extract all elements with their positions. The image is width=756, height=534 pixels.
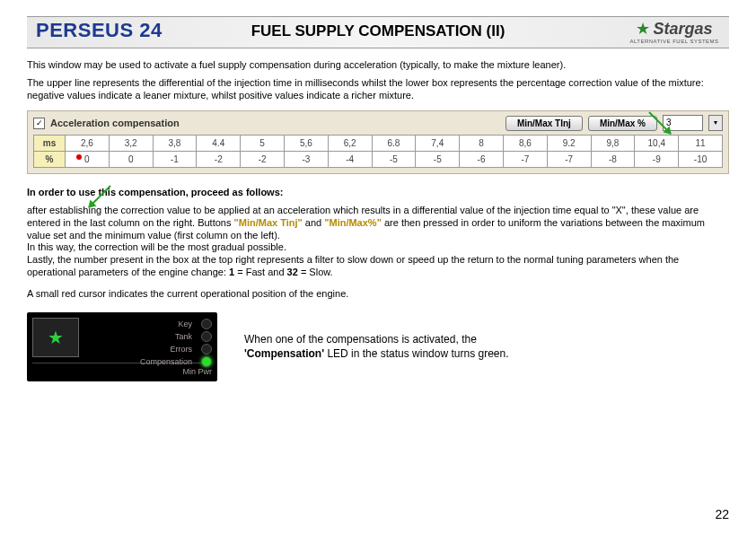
acceleration-checkbox[interactable]: ✓ bbox=[33, 118, 45, 129]
cursor-note: A small red cursor indicates the current… bbox=[27, 288, 729, 301]
side-note-b: 'Compensation' bbox=[244, 347, 324, 360]
cell-ms-10[interactable]: 8,6 bbox=[503, 136, 547, 152]
cell-pct-8[interactable]: -5 bbox=[416, 152, 460, 168]
logo-text: Stargas bbox=[653, 20, 712, 39]
proc-f2: 32 bbox=[287, 267, 298, 277]
cell-pct-3[interactable]: -2 bbox=[197, 152, 241, 168]
led-label-errors: Errors bbox=[90, 345, 196, 354]
cell-pct-6[interactable]: -4 bbox=[328, 152, 372, 168]
procedure-lead: In order to use this compensation, proce… bbox=[27, 187, 729, 199]
page-header: PERSEUS 24 FUEL SUPPLY COMPENSATION (II)… bbox=[27, 16, 729, 48]
row-ms: ms 2,6 3,2 3,8 4.4 5 5,6 6,2 6.8 7,4 8 8… bbox=[34, 136, 723, 152]
cell-ms-3[interactable]: 4.4 bbox=[197, 136, 241, 152]
side-note-a: When one of the compensations is activat… bbox=[244, 333, 477, 346]
page-title: FUEL SUPPLY COMPENSATION (II) bbox=[27, 22, 729, 40]
cell-ms-6[interactable]: 6,2 bbox=[328, 136, 372, 152]
cell-ms-7[interactable]: 6.8 bbox=[372, 136, 416, 152]
status-panel: ★ Key Tank Errors Compensation Min Pwr bbox=[27, 312, 217, 381]
led-tank bbox=[201, 331, 212, 342]
cell-ms-9[interactable]: 8 bbox=[460, 136, 504, 152]
intro-paragraph-1: This window may be used to activate a fu… bbox=[27, 59, 729, 72]
cell-pct-14[interactable]: -10 bbox=[679, 152, 723, 168]
minmax-tinj-button[interactable]: Min/Max TInj bbox=[505, 116, 583, 131]
led-label-compensation: Compensation bbox=[90, 357, 196, 366]
cell-pct-9[interactable]: -6 bbox=[460, 152, 504, 168]
acceleration-checkbox-label: Acceleration compensation bbox=[50, 118, 180, 128]
cell-pct-4[interactable]: -2 bbox=[241, 152, 285, 168]
led-compensation bbox=[201, 356, 212, 367]
compensation-table-panel: ✓ Acceleration compensation Min/Max TInj… bbox=[27, 110, 729, 174]
cell-pct-1[interactable]: 0 bbox=[109, 152, 153, 168]
side-note-c: LED in the status window turns green. bbox=[327, 347, 508, 360]
cell-ms-5[interactable]: 5,6 bbox=[284, 136, 328, 152]
side-note: When one of the compensations is activat… bbox=[244, 333, 514, 361]
proc-hl2: "Min/Max%" bbox=[324, 217, 382, 228]
cell-pct-2[interactable]: -1 bbox=[153, 152, 197, 168]
cell-pct-12[interactable]: -8 bbox=[591, 152, 635, 168]
proc-f2t: = Slow. bbox=[301, 267, 333, 277]
proc-e: Lastly, the number present in the box at… bbox=[27, 254, 679, 277]
cell-ms-1[interactable]: 3,2 bbox=[109, 136, 153, 152]
logo-subtitle: ALTERNATIVE FUEL SYSTEMS bbox=[629, 39, 718, 44]
filter-dropdown-icon[interactable]: ▾ bbox=[708, 115, 723, 131]
star-icon: ★ bbox=[636, 21, 650, 37]
compensation-grid: ms 2,6 3,2 3,8 4.4 5 5,6 6,2 6.8 7,4 8 8… bbox=[33, 135, 723, 168]
star-icon: ★ bbox=[48, 327, 64, 348]
proc-f1: 1 bbox=[229, 267, 234, 277]
intro-paragraph-2: The upper line represents the differenti… bbox=[27, 77, 729, 102]
cell-pct-5[interactable]: -3 bbox=[284, 152, 328, 168]
procedure-body: after establishing the correction value … bbox=[27, 205, 729, 279]
status-panel-icon: ★ bbox=[32, 318, 79, 357]
proc-hl1: "Min/Max Tinj" bbox=[234, 217, 303, 228]
cell-pct-7[interactable]: -5 bbox=[372, 152, 416, 168]
proc-f1t: = Fast and bbox=[237, 267, 286, 277]
cell-pct-13[interactable]: -9 bbox=[635, 152, 679, 168]
cell-ms-13[interactable]: 10,4 bbox=[635, 136, 679, 152]
led-errors bbox=[201, 344, 212, 355]
led-key bbox=[201, 319, 212, 329]
cell-pct-10[interactable]: -7 bbox=[503, 152, 547, 168]
cell-pct-0[interactable]: 0 bbox=[66, 152, 110, 168]
cell-ms-4[interactable]: 5 bbox=[241, 136, 285, 152]
cell-ms-11[interactable]: 9.2 bbox=[547, 136, 591, 152]
cell-ms-8[interactable]: 7,4 bbox=[416, 136, 460, 152]
row-ms-header: ms bbox=[34, 136, 66, 152]
row-pct-header: % bbox=[34, 152, 66, 168]
cell-ms-12[interactable]: 9,8 bbox=[591, 136, 635, 152]
led-label-tank: Tank bbox=[90, 332, 196, 341]
page-number: 22 bbox=[715, 507, 729, 521]
cell-ms-2[interactable]: 3,8 bbox=[153, 136, 197, 152]
proc-d: In this way, the correction will be the … bbox=[27, 241, 286, 252]
stargas-logo: ★ Stargas ALTERNATIVE FUEL SYSTEMS bbox=[625, 13, 724, 49]
cell-pct-11[interactable]: -7 bbox=[547, 152, 591, 168]
cell-ms-14[interactable]: 11 bbox=[679, 136, 723, 152]
row-pct: % 0 0 -1 -2 -2 -3 -4 -5 -5 -6 -7 -7 -8 -… bbox=[34, 152, 723, 168]
led-label-key: Key bbox=[90, 320, 196, 328]
cell-ms-0[interactable]: 2,6 bbox=[66, 136, 110, 152]
proc-b: and bbox=[305, 217, 324, 228]
minmax-pct-button[interactable]: Min/Max % bbox=[588, 116, 657, 131]
